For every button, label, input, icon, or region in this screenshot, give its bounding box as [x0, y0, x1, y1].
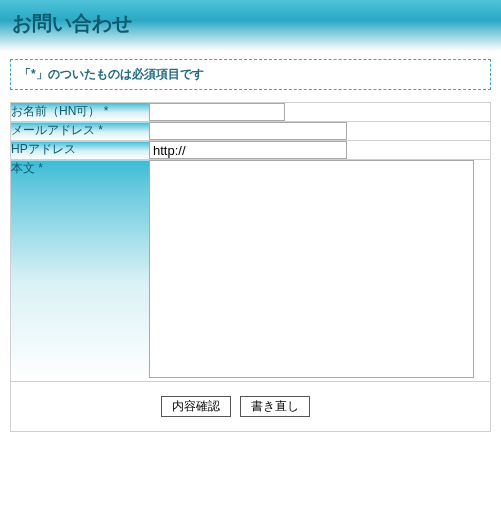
label-body: 本文 * — [11, 160, 149, 382]
label-url: HPアドレス — [11, 141, 149, 160]
action-bar: 内容確認 書き直し — [11, 381, 490, 431]
row-name: お名前（HN可） * — [11, 103, 490, 122]
cell-url — [149, 141, 490, 160]
notice-container: 「*」のついたものは必須項目です — [0, 51, 501, 102]
row-email: メールアドレス * — [11, 122, 490, 141]
row-url: HPアドレス — [11, 141, 490, 160]
page-title: お問い合わせ — [12, 10, 489, 37]
url-input[interactable] — [149, 141, 347, 159]
required-notice: 「*」のついたものは必須項目です — [10, 59, 491, 90]
reset-button[interactable]: 書き直し — [240, 396, 310, 417]
cell-body — [149, 160, 490, 382]
confirm-button[interactable]: 内容確認 — [161, 396, 231, 417]
inquiry-form: お名前（HN可） * メールアドレス * HPアドレス 本文 * 内容確認 書き… — [10, 102, 491, 432]
body-textarea[interactable] — [149, 160, 474, 378]
row-body: 本文 * — [11, 160, 490, 382]
cell-name — [149, 103, 490, 122]
label-name: お名前（HN可） * — [11, 103, 149, 122]
cell-email — [149, 122, 490, 141]
name-input[interactable] — [149, 103, 285, 121]
form-table: お名前（HN可） * メールアドレス * HPアドレス 本文 * — [11, 103, 490, 381]
label-email: メールアドレス * — [11, 122, 149, 141]
page-header: お問い合わせ — [0, 0, 501, 51]
email-input[interactable] — [149, 122, 347, 140]
